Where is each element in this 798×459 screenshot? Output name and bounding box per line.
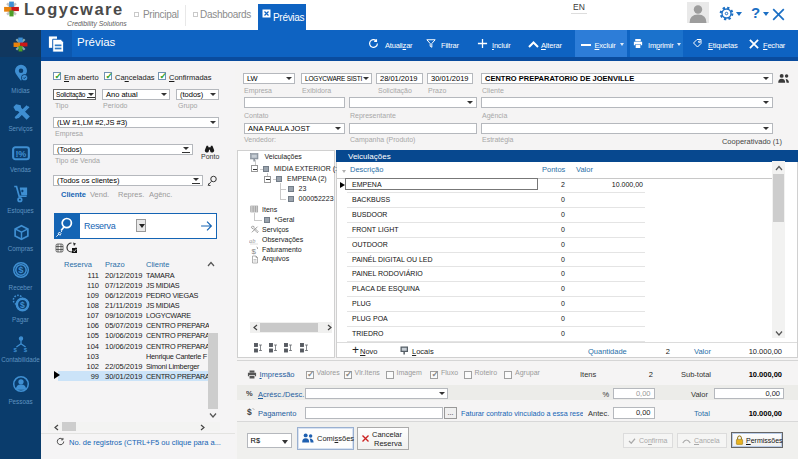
svg-text:$: $	[24, 347, 28, 353]
svg-text:$: $	[251, 246, 256, 255]
svg-text:$: $	[14, 347, 18, 353]
svg-text:$: $	[247, 407, 252, 417]
svg-text:$: $	[18, 265, 24, 275]
svg-text:!%: !%	[15, 149, 26, 159]
svg-text:ab: ab	[249, 237, 256, 244]
svg-text:%: %	[246, 389, 253, 398]
svg-text:$: $	[20, 300, 25, 310]
